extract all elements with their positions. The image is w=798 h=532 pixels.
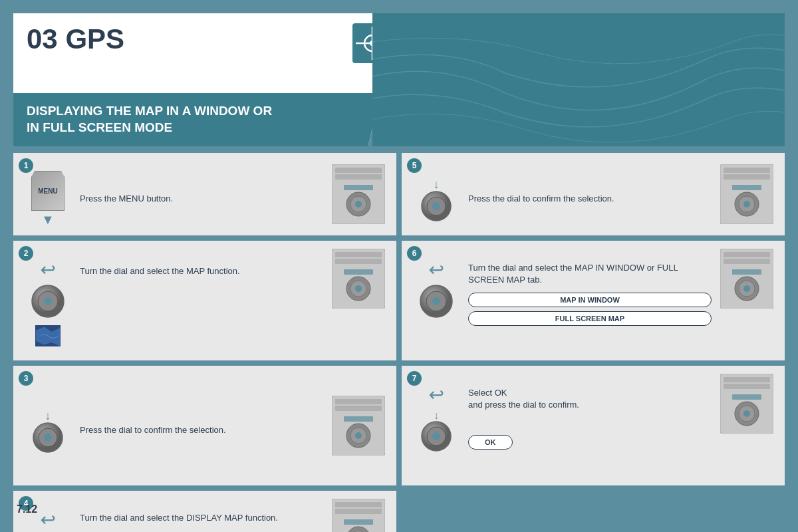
svg-rect-60 — [724, 377, 770, 382]
step-3-card: 3 ↓ Press the dial to confirm th — [13, 366, 396, 485]
map-in-window-label: MAP IN WINDOW — [468, 293, 712, 307]
svg-point-21 — [743, 201, 750, 207]
step-1-icon: MENU ▼ — [21, 171, 74, 227]
ok-label: OK — [468, 435, 513, 450]
step-6-icon: ↪ — [410, 259, 463, 320]
svg-rect-70 — [335, 502, 382, 507]
step-2-text-area: Turn the dial and select the MAP functio… — [74, 262, 329, 281]
chapter-title: 03 GPS — [27, 23, 124, 55]
step-4-text-area: Turn the dial and select the DISPLAY MAP… — [74, 509, 329, 532]
step-1-device — [329, 164, 388, 224]
svg-rect-29 — [335, 259, 382, 264]
svg-rect-71 — [335, 509, 382, 514]
svg-rect-17 — [724, 168, 770, 173]
svg-point-25 — [44, 297, 52, 305]
step-3-icon: ↓ — [21, 408, 74, 454]
svg-point-42 — [743, 285, 750, 292]
svg-rect-28 — [335, 252, 382, 257]
svg-rect-6 — [335, 168, 382, 173]
step-2-card: 2 ↪ — [13, 241, 396, 360]
step-1-text: Press the MENU button. — [80, 193, 323, 205]
step-5-card: 5 ↓ Press — [402, 153, 785, 235]
step-7-text: Select OKand press the dial to confirm. — [468, 387, 712, 411]
full-screen-map-label: FULL SCREEN MAP — [468, 311, 712, 326]
svg-text:↓: ↓ — [434, 178, 440, 191]
step-7-text-area: Select OKand press the dial to confirm. … — [463, 384, 717, 453]
svg-rect-61 — [724, 384, 770, 389]
step-2-number: 2 — [19, 246, 33, 261]
step-5-text-area: Press the dial to confirm the selection. — [463, 190, 717, 208]
svg-rect-33 — [344, 269, 373, 275]
empty-cell — [402, 491, 785, 532]
step-2-text: Turn the dial and select the MAP functio… — [80, 265, 323, 277]
step-7-number: 7 — [407, 371, 422, 386]
svg-rect-50 — [335, 406, 382, 411]
svg-rect-7 — [335, 174, 382, 180]
step-4-text: Turn the dial and select the DISPLAY MAP… — [80, 512, 323, 524]
step-3-number: 3 — [19, 371, 33, 386]
svg-rect-39 — [724, 259, 770, 264]
step-3-text-area: Press the dial to confirm the selection. — [74, 421, 329, 440]
step-5-device — [717, 164, 777, 224]
svg-rect-11 — [344, 185, 373, 190]
header-section: 03 GPS DISPLAYING THE MAP IN A WINDOW OR… — [13, 13, 785, 146]
svg-point-36 — [432, 297, 440, 305]
svg-point-32 — [355, 285, 362, 292]
content-grid: 1 MENU ▼ Press the MENU button. — [13, 153, 785, 532]
step-6-text: Turn the dial and select the MAP IN WIND… — [468, 262, 712, 286]
step-2-icon: ↪ — [21, 259, 74, 346]
svg-rect-49 — [335, 399, 382, 404]
svg-point-10 — [355, 201, 362, 207]
step-5-text: Press the dial to confirm the selection. — [468, 193, 712, 205]
svg-point-46 — [44, 434, 52, 442]
svg-rect-54 — [344, 416, 373, 422]
step-7-card: 7 ↪ ↓ Select OKand press — [402, 366, 785, 485]
svg-point-14 — [432, 202, 440, 210]
page-container: 03 GPS DISPLAYING THE MAP IN A WINDOW OR… — [13, 13, 785, 519]
svg-rect-43 — [732, 269, 761, 275]
step-6-text-area: Turn the dial and select the MAP IN WIND… — [463, 259, 717, 329]
svg-rect-18 — [724, 174, 770, 180]
svg-text:↓: ↓ — [434, 410, 439, 421]
svg-rect-38 — [724, 252, 770, 257]
svg-point-53 — [355, 432, 362, 439]
step-6-card: 6 ↪ Turn the dial and select the M — [402, 241, 785, 360]
svg-rect-22 — [732, 185, 761, 190]
svg-rect-75 — [344, 519, 373, 525]
step-3-text: Press the dial to confirm the selection. — [80, 424, 323, 436]
step-4-device — [329, 499, 388, 532]
svg-point-64 — [743, 410, 750, 417]
menu-button-icon: MENU — [31, 171, 65, 211]
header-white-bg: 03 GPS DISPLAYING THE MAP IN A WINDOW OR… — [13, 13, 399, 146]
svg-text:↓: ↓ — [45, 409, 51, 422]
svg-rect-65 — [732, 394, 761, 400]
subtitle-text: DISPLAYING THE MAP IN A WINDOW ORIN FULL… — [27, 103, 272, 136]
step-3-device — [329, 396, 388, 456]
step-1-card: 1 MENU ▼ Press the MENU button. — [13, 153, 396, 235]
step-6-number: 6 — [407, 246, 422, 261]
step-7-device — [717, 374, 777, 434]
step-1-number: 1 — [19, 158, 33, 173]
step-5-icon: ↓ — [410, 176, 463, 223]
svg-point-57 — [432, 432, 440, 440]
step-5-number: 5 — [407, 158, 422, 173]
subtitle-bar: DISPLAYING THE MAP IN A WINDOW ORIN FULL… — [13, 93, 396, 146]
step-4-card: 4 ↪ Turn the dial and select the D — [13, 491, 396, 532]
step-2-device — [329, 249, 388, 309]
step-1-text-area: Press the MENU button. — [74, 190, 329, 208]
step-6-device — [717, 249, 777, 309]
header-teal-bg — [372, 13, 785, 146]
step-7-icon: ↪ ↓ — [410, 384, 463, 452]
page-number: 7.12 — [17, 503, 37, 515]
